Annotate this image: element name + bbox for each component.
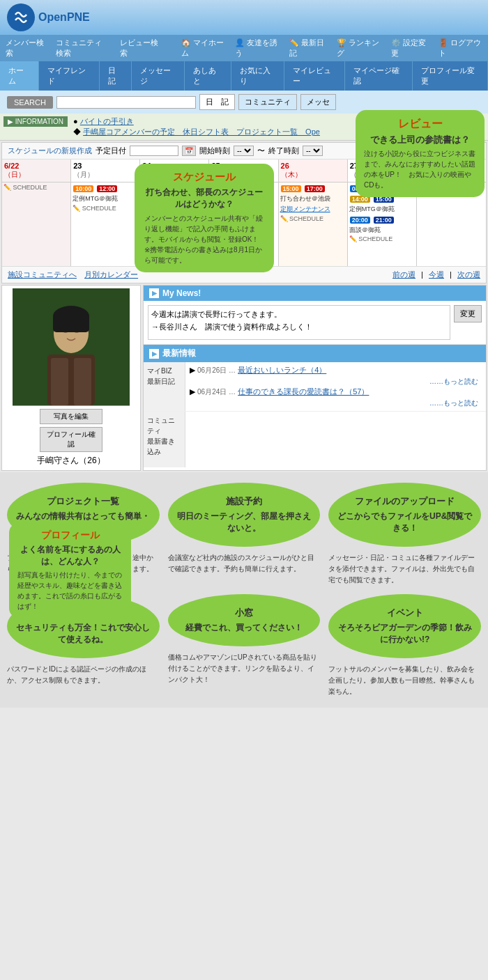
tab-message[interactable]: メッセージ [132,61,185,91]
diary-link-2[interactable]: 仕事のできる課長の愛読書は？（57） [238,387,369,396]
cal-footer-left: 施設コミュニティへ 月別カレンダー [8,270,138,280]
tab-myfriend[interactable]: マイフレンド [39,61,100,91]
nav-community-search[interactable]: コミュニティ検索 [56,38,109,59]
tab-mypage[interactable]: マイページ確認 [345,61,413,91]
sched-link-fri[interactable]: ✏️ SCHEDULE [349,235,415,242]
event-maintenance[interactable]: 定期メンテナンス [280,205,346,214]
sched-link-thu[interactable]: ✏️ SCHEDULE [280,215,346,222]
latest-icon: ▶ [149,349,159,359]
mynews-text: 今週末は講演で長野に行ってきます。 →長谷川さん 講演で使う資料作成よろしく！ [148,305,450,340]
feature-window: 小窓 経費でこれ、買ってください！ 価格コムやアマゾンにUPされている商品を貼り… [168,594,321,697]
sched-link-mon[interactable]: ✏️ SCHEDULE [73,205,138,212]
latest-diary-section: マイBIZ 最新日記 ▶ 06月26日 … 最近おいしいランチ（4） ……もっと… [144,362,486,412]
tab-myreview[interactable]: マイレビュー [284,61,345,91]
search-tab-message[interactable]: メッセ [300,94,336,110]
logo: OpenPNE [7,3,90,31]
search-tab-diary[interactable]: 日 記 [199,94,235,110]
this-week-link[interactable]: 今週 [429,270,444,279]
profile-news-section: 写真を編集 プロフィール確認 手嶋守さん（26） プロフィール よく名前を耳にす… [1,285,487,471]
profile-column: 写真を編集 プロフィール確認 手嶋守さん（26） プロフィール よく名前を耳にす… [1,285,141,471]
svg-rect-6 [74,358,91,405]
profile-confirm-button[interactable]: プロフィール確認 [40,427,102,452]
feature-facility-subtitle: 明日のミーティング、部屋を押さえないと。 [176,511,312,534]
feature-window-text: 価格コムやアマゾンにUPされている商品を貼り付けることができます。リンクを貼るよ… [168,652,321,685]
tab-diary[interactable]: 日記 [100,61,132,91]
facility-link[interactable]: 施設コミュニティへ [8,270,77,279]
logo-text: OpenPNE [38,11,90,24]
feature-window-bubble: 小窓 経費でこれ、買ってください！ [168,594,321,646]
svg-point-0 [9,6,33,29]
info-links: ● バイトの手引き ◆ 手嶋屋コアメンバーの予定 休日シフト表 プロジェクト一覧… [73,116,320,137]
tab-bar: ホーム マイフレンド 日記 メッセージ あしあと お気に入り マイレビュー マイ… [0,61,488,91]
tab-profile-change[interactable]: プロフィール変更 [413,61,488,91]
info-link-1[interactable]: バイトの手引き [80,117,134,125]
diary-link-1[interactable]: 最近おいしいランチ（4） [238,366,326,374]
profile-edit-button[interactable]: 写真を編集 [40,409,102,424]
end-time-select[interactable]: -- [303,146,323,156]
feature-window-subtitle: 経費でこれ、買ってください！ [176,622,312,634]
feature-auth-subtitle: セキュリティも万全！これで安心して使えるね。 [15,622,151,646]
tab-favorites[interactable]: お気に入り [231,61,285,91]
profile-image [13,289,130,406]
time-separator: 〜 [257,146,265,156]
calendar-icon[interactable]: 📅 [182,146,196,156]
time-badge-12: 12:00 [97,185,117,192]
mynews-body: 今週末は講演で長野に行ってきます。 →長谷川さん 講演で使う資料作成よろしく！ … [144,301,486,345]
feature-auth-text: パスワードとIDによる認証ページの作成のほか、アクセス制限もできます。 [7,664,160,686]
profile-bubble: プロフィール よく名前を耳にするあの人は、どんな人？ 顔写真を貼り付けたり、今ま… [9,522,131,619]
feature-event-text: フットサルのメンバーを募集したり、飲み会を企画したり。参加人数も一目瞭然。幹事さ… [328,664,481,697]
cal-day-mon: 10:00 12:00 定例MTG＠御苑 ✏️ SCHEDULE [71,182,140,266]
tab-ashiato[interactable]: あしあと [185,61,231,91]
nav-settings[interactable]: ⚙️ 設定変更 [391,38,428,59]
nav-invite[interactable]: 👤 友達を誘う [235,38,279,59]
mybiz-label: マイBIZ 最新日記 [144,362,185,411]
date-input[interactable] [130,146,178,156]
search-tab-community[interactable]: コミュニティ [238,94,297,110]
mynews-title: My News! [162,288,201,298]
update-button[interactable]: 変更 [454,305,482,322]
feature-upload-bubble: ファイルのアップロード どこからでもファイルをUP&閲覧できる！ [328,483,481,547]
nav-latest-diary[interactable]: ✏️ 最新日記 [289,38,326,59]
header: OpenPNE [0,0,488,35]
news-column: ▶ My News! 今週末は講演で長野に行ってきます。 →長谷川さん 講演で使… [143,285,487,471]
end-time-label: 終了時刻 [268,146,299,156]
diary-items: ▶ 06月26日 … 最近おいしいランチ（4） ……もっと読む ▶ 06月24日… [185,362,486,411]
event-mtg-2: 定例MTG＠御苑 [349,205,415,214]
cal-footer-right: 前の週 | 今週 | 次の週 [392,270,480,280]
feature-facility-bubble: 施設予約 明日のミーティング、部屋を押さえないと。 [168,483,321,547]
nav-review-search[interactable]: レビュー検索 [120,38,160,59]
review-bubble-text: 泣ける小説から役に立つビジネス書まで、みんなにおすすめしたい話題の本をUP！ お… [364,148,476,190]
mynews-icon: ▶ [149,288,159,298]
monthly-link[interactable]: 月別カレンダー [84,270,138,279]
nav-ranking[interactable]: 🏆 ランキング [337,38,381,59]
event-interview: 面談＠御苑 [349,226,415,235]
diary-item-1: ▶ 06月26日 … 最近おいしいランチ（4） [190,365,482,375]
tab-home[interactable]: ホーム [0,61,39,91]
start-time-label: 開始時刻 [199,146,230,156]
info-bar: ▶ INFORMATION ● バイトの手引き ◆ 手嶋屋コアメンバーの予定 休… [0,114,488,141]
feature-facility: 施設予約 明日のミーティング、部屋を押さえないと。 会議室など社内の施設のスケジ… [168,483,321,586]
info-link-2[interactable]: 手嶋屋コアメンバーの予定 休日シフト表 プロジェクト一覧 Ope [83,127,320,136]
schedule-bubble-title: スケジュール [144,171,264,184]
review-bubble: レビュー できる上司の参読書は？ 泣ける小説から役に立つビジネス書まで、みんなに… [356,110,485,197]
schedule-bubble-subtitle: 打ち合わせ、部長のスケジュールはどうかな？ [144,187,264,210]
nav-logout[interactable]: 🚪 ログアウト [439,38,482,59]
more-link-2[interactable]: ……もっと読む [190,398,482,408]
search-input[interactable] [56,96,196,109]
community-content [185,412,486,467]
feature-window-title: 小窓 [176,607,312,619]
nav-myhome[interactable]: 🏠 マイホーム [181,38,225,59]
cal-header-sun: 6/22 （日） [2,160,71,182]
week-separator: | [421,270,423,279]
nav-member-search[interactable]: メンバー検索 [6,38,45,59]
new-schedule-link[interactable]: スケジュールの新規作成 [8,146,92,156]
more-link-1[interactable]: ……もっと読む [190,377,482,387]
next-week-link[interactable]: 次の週 [457,270,480,279]
prev-week-link[interactable]: 前の週 [392,270,415,279]
profile-bubble-subtitle: よく名前を耳にするあの人は、どんな人？ [17,544,123,568]
info-label: ▶ INFORMATION [3,116,68,127]
start-time-select[interactable]: -- [234,146,254,156]
sched-link-sun[interactable]: ✏️ SCHEDULE [3,184,69,191]
search-button[interactable]: SEARCH [7,96,53,109]
review-bubble-title: レビュー [364,117,476,132]
